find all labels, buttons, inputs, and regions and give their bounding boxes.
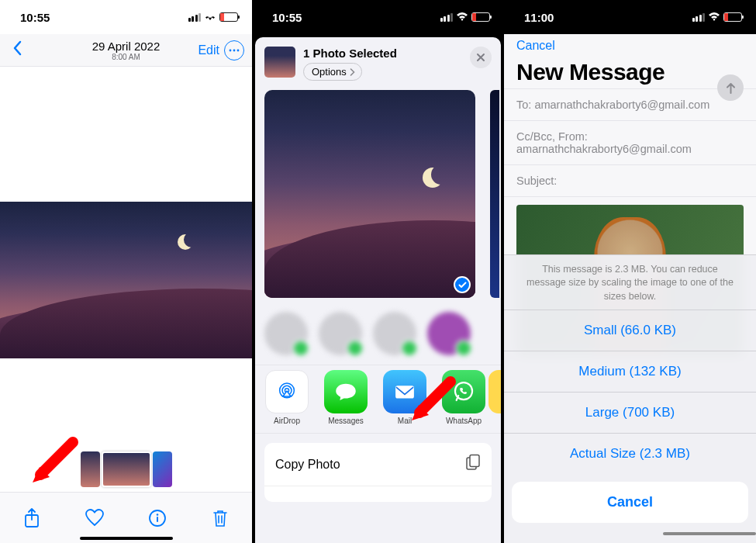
panel-mail-compose: 11:00 Cancel New Message To: amarnathcha… (504, 0, 756, 543)
size-medium-button[interactable]: Medium (132 KB) (504, 351, 756, 392)
photos-nav-bar: 29 April 2022 8:00 AM Edit (0, 34, 252, 67)
to-label: To: (516, 99, 531, 111)
status-bar: 11:00 (504, 0, 756, 34)
status-right (440, 11, 491, 23)
svg-point-1 (233, 49, 236, 51)
share-contacts (255, 298, 501, 365)
from-value: amarnathchakraborty6@gmail.com (516, 143, 692, 155)
share-preview[interactable] (264, 90, 492, 298)
battery-icon (723, 12, 742, 22)
share-sheet: 1 Photo Selected Options (255, 37, 501, 543)
app-label: AirDrop (264, 417, 309, 425)
wifi-icon (204, 11, 216, 23)
svg-point-2 (237, 49, 240, 51)
cellular-icon (188, 13, 202, 22)
to-value: amarnathchakraborty6@gmail.com (534, 99, 709, 111)
copy-photo-row[interactable]: Copy Photo (264, 443, 492, 486)
home-indicator[interactable] (663, 532, 756, 535)
airdrop-icon (265, 370, 309, 413)
copy-icon (465, 454, 481, 475)
contact-avatar[interactable] (264, 312, 308, 355)
cellular-icon (692, 13, 706, 22)
ccbcc-field[interactable]: Cc/Bcc, From: amarnathchakraborty6@gmail… (504, 120, 756, 164)
messages-icon (324, 370, 368, 413)
status-right (188, 11, 239, 23)
selected-check-icon (454, 276, 471, 293)
options-button[interactable]: Options (303, 63, 362, 81)
svg-point-0 (230, 49, 232, 51)
photo-title: 29 April 2022 8:00 AM (92, 40, 161, 61)
next-image-peek[interactable] (490, 90, 499, 298)
size-large-button[interactable]: Large (700 KB) (504, 392, 756, 433)
app-label: Messages (323, 417, 368, 425)
share-actions-list: Copy Photo (264, 443, 492, 502)
battery-icon (471, 12, 490, 22)
status-right (692, 11, 743, 23)
contact-avatar[interactable] (319, 312, 362, 355)
share-thumbnail (264, 47, 295, 78)
app-messages[interactable]: Messages (323, 370, 368, 425)
size-info-text: This message is 2.3 MB. You can reduce m… (504, 255, 756, 310)
share-icon[interactable] (16, 503, 47, 534)
wifi-icon (456, 11, 468, 23)
status-time: 11:00 (524, 11, 554, 24)
chevron-right-icon (350, 68, 355, 76)
status-time: 10:55 (20, 11, 50, 24)
action-label: Copy Photo (275, 458, 340, 472)
panel-share-sheet: 10:55 1 Photo Selected Options (252, 0, 504, 543)
mail-nav: Cancel New Message (504, 34, 756, 88)
status-time: 10:55 (272, 11, 302, 24)
wifi-icon (708, 11, 720, 23)
contact-avatar[interactable] (373, 312, 416, 355)
options-label: Options (312, 66, 347, 78)
send-button[interactable] (717, 74, 744, 101)
photo-date: 29 April 2022 (92, 40, 161, 53)
more-button[interactable] (224, 40, 244, 61)
preview-image[interactable] (264, 90, 475, 298)
thumbnail-active[interactable] (102, 451, 151, 487)
info-icon[interactable] (142, 503, 173, 534)
cancel-link[interactable]: Cancel (516, 34, 555, 59)
thumbnail[interactable] (81, 451, 100, 487)
size-small-button[interactable]: Small (66.0 KB) (504, 310, 756, 351)
ccbcc-label: Cc/Bcc, From: (516, 130, 588, 143)
subject-label: Subject: (516, 175, 557, 187)
subject-field[interactable]: Subject: (504, 164, 756, 197)
action-row-hidden[interactable] (264, 486, 492, 502)
close-button[interactable] (470, 47, 492, 68)
trash-icon[interactable] (205, 503, 236, 534)
share-title: 1 Photo Selected (303, 47, 462, 60)
size-actual-button[interactable]: Actual Size (2.3 MB) (504, 433, 756, 474)
status-bar: 10:55 (252, 0, 504, 34)
annotation-arrow (28, 436, 82, 490)
size-cancel-button[interactable]: Cancel (512, 482, 748, 523)
share-header: 1 Photo Selected Options (255, 37, 501, 87)
photo-preview[interactable] (0, 202, 252, 358)
thumbnail[interactable] (153, 451, 172, 487)
photo-time: 8:00 AM (92, 53, 161, 61)
mail-title: New Message (516, 59, 744, 85)
back-button[interactable] (9, 40, 25, 61)
app-peek[interactable] (488, 370, 501, 413)
svg-rect-13 (470, 455, 479, 467)
image-size-sheet: This message is 2.3 MB. You can reduce m… (504, 254, 756, 544)
contact-avatar[interactable] (427, 312, 471, 355)
app-airdrop[interactable]: AirDrop (264, 370, 309, 425)
battery-icon (219, 12, 238, 22)
svg-point-5 (157, 514, 159, 516)
panel-photos: 10:55 29 April 2022 8:00 AM Edit (0, 0, 252, 543)
svg-rect-6 (157, 517, 158, 522)
annotation-arrow (406, 375, 460, 428)
share-apps-row: AirDrop Messages Mail WhatsApp (255, 365, 501, 434)
cellular-icon (440, 13, 454, 22)
heart-icon[interactable] (79, 503, 110, 534)
status-bar: 10:55 (0, 0, 252, 34)
photos-toolbar (0, 492, 252, 543)
edit-button[interactable]: Edit (198, 43, 219, 57)
home-indicator[interactable] (80, 537, 173, 540)
